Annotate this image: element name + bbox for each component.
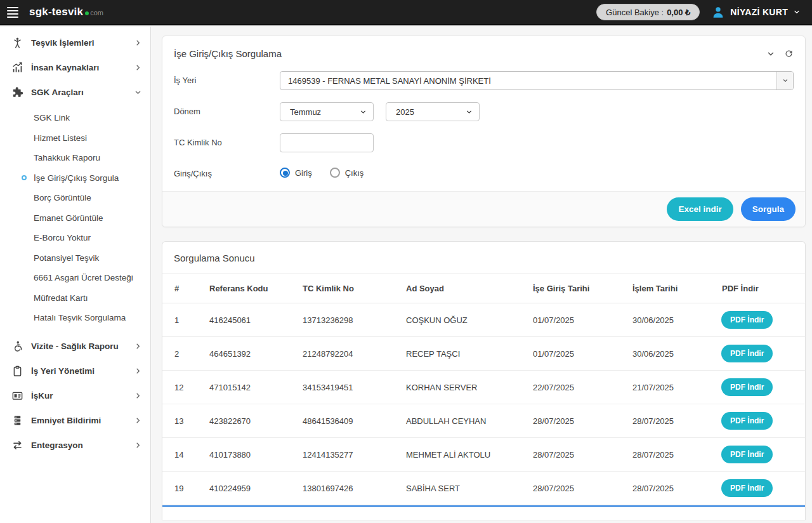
query-form-card: İşe Giriş/Çıkış Sorgulama İş Yeri 146953… xyxy=(162,36,806,227)
giris-radio[interactable]: Giriş xyxy=(280,168,312,178)
cikis-radio-label: Çıkış xyxy=(345,168,364,178)
sidebar-item-label: Teşvik İşlemleri xyxy=(31,38,95,48)
sidebar-item[interactable]: Entegrasyon xyxy=(0,433,150,458)
chevron-right-icon xyxy=(134,367,141,374)
sidebar-subitem-label: Potansiyel Teşvik xyxy=(34,253,99,263)
sidebar-subitem[interactable]: Borç Görüntüle xyxy=(0,188,150,208)
sidebar-subitem[interactable]: Hatalı Teşvik Sorgulama xyxy=(0,308,150,328)
sidebar-subitem[interactable]: Hizmet Listesi xyxy=(0,128,150,149)
radio-unselected-icon xyxy=(330,168,340,178)
sidebar-item[interactable]: İş Yeri Yönetimi xyxy=(0,359,150,383)
referans-kodu-cell: 410173880 xyxy=(203,438,296,472)
sidebar-subitem[interactable]: Tahakkuk Raporu xyxy=(0,148,150,168)
ad-soyad-cell: COŞKUN OĞUZ xyxy=(400,303,527,337)
results-table-head-row: #Referans KoduTC Kimlik NoAd Soyadİşe Gi… xyxy=(162,274,805,303)
referans-kodu-cell: 416245061 xyxy=(203,303,296,337)
pdf-download-button[interactable]: PDF İndir xyxy=(721,345,773,362)
swap-arrows-icon xyxy=(11,439,23,451)
tc-kimlik-input[interactable] xyxy=(280,133,374,152)
isyeri-select[interactable]: 1469539 - FERNAS METAL SANAYİ ANONİM ŞİR… xyxy=(280,71,794,90)
chevron-down-icon xyxy=(466,109,473,116)
tc-kimlik-cell: 13713236298 xyxy=(296,303,400,337)
menu-toggle-icon[interactable] xyxy=(0,0,25,25)
sidebar-subitem-label: Hatalı Teşvik Sorgulama xyxy=(34,313,126,322)
row-number-cell: 13 xyxy=(162,404,203,438)
user-avatar-icon xyxy=(711,5,725,19)
pdf-download-button[interactable]: PDF İndir xyxy=(721,446,773,463)
sidebar-item-label: Entegrasyon xyxy=(31,440,83,450)
pdf-download-button[interactable]: PDF İndir xyxy=(721,412,773,430)
sidebar-subitem[interactable]: Müfredat Kartı xyxy=(0,288,150,308)
chevron-down-icon xyxy=(793,8,801,16)
chevron-right-icon xyxy=(134,442,141,449)
sidebar-item[interactable]: İşKur xyxy=(0,383,150,408)
table-row: 12 471015142 34153419451 KORHAN SERVER 2… xyxy=(162,371,805,404)
ad-soyad-cell: SABİHA SERT xyxy=(400,472,527,505)
tc-kimlik-cell: 12414135277 xyxy=(296,438,400,472)
column-header: İşlem Tarihi xyxy=(626,274,710,303)
sidebar-subitem-label: Borç Görüntüle xyxy=(34,193,91,202)
referans-kodu-cell: 410224959 xyxy=(203,472,296,505)
table-row: 2 464651392 21248792204 RECEP TAŞCI 01/0… xyxy=(162,337,805,371)
excel-download-button[interactable]: Excel indir xyxy=(667,197,733,221)
sidebar-item-label: SGK Araçları xyxy=(31,88,84,97)
sidebar-subitem[interactable]: E-Borcu Yoktur xyxy=(0,228,150,248)
pdf-download-button[interactable]: PDF İndir xyxy=(721,378,773,396)
sidebar-subitem-label: Emanet Görüntüle xyxy=(34,213,103,223)
brand-text: sgk-tesvik xyxy=(29,6,83,18)
sidebar-subitem[interactable]: Potansiyel Teşvik xyxy=(0,248,150,268)
refresh-icon[interactable] xyxy=(784,49,794,58)
donem-label: Dönem xyxy=(174,102,280,116)
main-content: İşe Giriş/Çıkış Sorgulama İş Yeri 146953… xyxy=(152,27,812,523)
table-row: 13 423822670 48641536409 ABDULLAH CEYHAN… xyxy=(162,404,805,438)
sidebar-subitem-label: Hizmet Listesi xyxy=(34,133,87,143)
sidebar-item[interactable]: Vizite - Sağlık Raporu xyxy=(0,334,150,359)
chevron-right-icon xyxy=(134,343,141,350)
sidebar-subitem[interactable]: 6661 Asgari Ücret Desteği xyxy=(0,268,150,288)
chevron-right-icon xyxy=(134,39,141,46)
sidebar-item-label: Emniyet Bildirimi xyxy=(31,416,101,425)
sidebar-subitem-label: Müfredat Kartı xyxy=(34,293,88,303)
cikis-radio[interactable]: Çıkış xyxy=(330,168,364,178)
sidebar-subitem[interactable]: İşe Giriş/Çıkış Sorgula xyxy=(0,168,150,189)
active-bullet-icon xyxy=(22,175,27,180)
balance-value: 0,00 ₺ xyxy=(667,8,690,17)
sidebar-item[interactable]: Emniyet Bildirimi xyxy=(0,408,150,433)
clipboard-icon xyxy=(11,364,23,377)
referans-kodu-cell: 471015142 xyxy=(203,371,296,404)
column-header: # xyxy=(162,274,203,303)
isyeri-selected-value: 1469539 - FERNAS METAL SANAYİ ANONİM ŞİR… xyxy=(280,76,776,86)
sidebar-item-label: Vizite - Sağlık Raporu xyxy=(31,341,119,351)
month-select[interactable]: Temmuz xyxy=(280,102,374,121)
pdf-download-button[interactable]: PDF İndir xyxy=(721,479,773,497)
column-header: İşe Giriş Tarihi xyxy=(527,274,626,303)
sidebar-item[interactable]: Teşvik İşlemleri xyxy=(0,30,150,55)
giris-radio-label: Giriş xyxy=(295,168,312,178)
user-name: NİYAZİ KURT xyxy=(730,7,788,17)
sidebar-item[interactable]: İnsan Kaynakları xyxy=(0,55,150,80)
collapse-icon[interactable] xyxy=(766,50,775,58)
user-menu[interactable]: NİYAZİ KURT xyxy=(711,5,801,19)
sidebar-item[interactable]: SGK Araçları xyxy=(0,80,150,105)
sidebar-subitem[interactable]: SGK Link xyxy=(0,108,150,128)
chevron-down-icon xyxy=(134,89,141,96)
column-header: Referans Kodu xyxy=(203,274,296,303)
row-number-cell: 2 xyxy=(162,337,203,371)
islem-tarihi-cell: 28/07/2025 xyxy=(626,438,710,472)
ise-giris-tarihi-cell: 22/07/2025 xyxy=(527,371,626,404)
pdf-download-button[interactable]: PDF İndir xyxy=(721,311,773,329)
column-header: Ad Soyad xyxy=(400,274,527,303)
brand-logo[interactable]: sgk-tesvik com xyxy=(29,6,103,18)
sidebar-nav: Teşvik İşlemleriİnsan KaynaklarıSGK Araç… xyxy=(0,30,150,458)
table-row: 14 410173880 12414135277 MEHMET ALİ AKTO… xyxy=(162,438,805,472)
islem-tarihi-cell: 30/06/2025 xyxy=(626,337,710,371)
ise-giris-tarihi-cell: 01/07/2025 xyxy=(527,337,626,371)
sidebar-subitem[interactable]: Emanet Görüntüle xyxy=(0,208,150,228)
ad-soyad-cell: KORHAN SERVER xyxy=(400,371,527,404)
year-select[interactable]: 2025 xyxy=(386,102,480,121)
sorgula-button[interactable]: Sorgula xyxy=(741,197,796,221)
ad-soyad-cell: ABDULLAH CEYHAN xyxy=(400,404,527,438)
brand-dot-icon xyxy=(85,11,89,15)
results-card-title: Sorgulama Sonucu xyxy=(174,253,255,263)
isyeri-label: İş Yeri xyxy=(174,71,280,85)
